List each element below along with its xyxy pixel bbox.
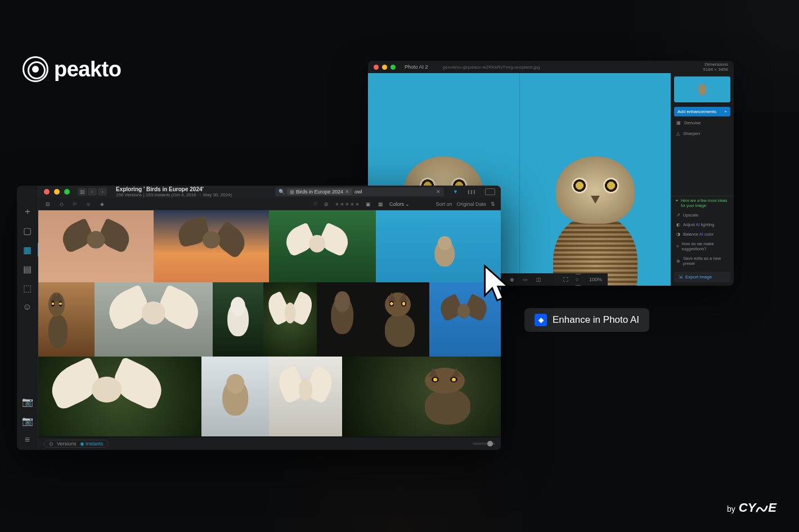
- dimensions-readout: Dimensions 5184 × 3456: [703, 62, 728, 72]
- save-icon: ⊕: [676, 259, 680, 264]
- cyme-credit: by CYE: [727, 501, 776, 515]
- chevron-down-icon: ⌄: [405, 201, 410, 207]
- plus-icon: +: [724, 109, 727, 114]
- upscale-icon: ↗: [676, 213, 680, 218]
- sparkle-icon: ✦: [675, 199, 679, 208]
- sidebar-toggle-icon[interactable]: ▥: [78, 188, 87, 196]
- sort-field[interactable]: Original Date: [456, 201, 486, 207]
- thumbnail[interactable]: [154, 210, 269, 282]
- rating-stars[interactable]: ★★★★★: [335, 201, 360, 207]
- thumbnail[interactable]: [342, 357, 501, 436]
- thumbnail[interactable]: [95, 282, 213, 357]
- peakto-sidebar: ＋ ▢ ▦ ▤ ⬚ ☺ 📷 📷 ≡: [17, 186, 38, 450]
- reject-icon[interactable]: ⊘: [322, 201, 330, 207]
- single-view-icon[interactable]: ▭: [522, 276, 529, 283]
- search-term[interactable]: owl: [354, 189, 434, 195]
- stacks-icon[interactable]: ▤: [22, 263, 33, 274]
- target-icon: ◎: [290, 189, 294, 195]
- sort-direction-icon[interactable]: ⇅: [491, 201, 495, 207]
- peakto-mark-icon: [23, 56, 48, 82]
- nav-buttons: ▥ ‹ ›: [78, 188, 107, 196]
- sort-label: Sort on: [436, 201, 452, 207]
- thumbnail-preview[interactable]: [674, 76, 730, 102]
- thumbnail[interactable]: [269, 357, 342, 436]
- minimize-icon[interactable]: [54, 189, 60, 195]
- minimize-icon[interactable]: [382, 65, 387, 70]
- balance-icon: ◑: [676, 232, 680, 237]
- map-icon[interactable]: ⬚: [22, 282, 33, 294]
- split-view-icon[interactable]: ◫: [535, 276, 543, 283]
- peakto-window: ＋ ▢ ▦ ▤ ⬚ ☺ 📷 📷 ≡ ▥ ‹ › Exploring ' Bird…: [17, 186, 501, 450]
- sharpen-icon: △: [676, 131, 680, 136]
- view-mode-segment[interactable]: ⊙ Versions ◉ Instants: [44, 440, 109, 448]
- eye-icon[interactable]: ◉: [508, 276, 516, 283]
- add-enhancements-button[interactable]: Add enhancements+: [674, 107, 730, 116]
- search-bar[interactable]: 🔍 ◎ Birds in Europe 2024 ✕ owl ✕: [275, 187, 444, 196]
- zoom-value: 100%: [589, 277, 602, 282]
- thumbnail[interactable]: [38, 210, 154, 282]
- peakto-logo: peakto: [23, 56, 121, 82]
- single-view-icon[interactable]: ▢: [22, 225, 33, 236]
- thumbnail[interactable]: [201, 357, 269, 436]
- grid-view-icon[interactable]: ▦: [22, 244, 33, 255]
- people-icon[interactable]: ☺: [22, 301, 33, 313]
- fit-icon[interactable]: ⛶: [562, 276, 570, 283]
- thumbnail[interactable]: [367, 282, 429, 357]
- histogram-icon[interactable]: ⫿⫿⫿: [468, 189, 476, 195]
- tab-versions[interactable]: Versions: [57, 441, 77, 447]
- search-chip[interactable]: ◎ Birds in Europe 2024 ✕: [287, 188, 352, 195]
- thumbnail[interactable]: [38, 282, 95, 357]
- nav-forward-icon[interactable]: ›: [98, 188, 107, 196]
- maximize-icon[interactable]: [390, 65, 396, 70]
- search-icon: 🔍: [279, 189, 285, 195]
- breadcrumb: Exploring ' Birds in Europe 2024' 158 Ve…: [116, 186, 232, 197]
- ideas-header: ✦ Here are a few more ideas for your ima…: [671, 196, 734, 210]
- crop-icon[interactable]: ▣: [365, 201, 372, 207]
- colors-dropdown[interactable]: Colors ⌄: [389, 201, 410, 207]
- location-icon[interactable]: ◈: [98, 201, 106, 207]
- thumbnail[interactable]: [213, 282, 263, 357]
- image-icon[interactable]: ▦: [377, 201, 385, 207]
- maximize-icon[interactable]: [64, 189, 70, 195]
- nav-back-icon[interactable]: ‹: [88, 188, 97, 196]
- peakto-titlebar: ▥ ‹ › Exploring ' Birds in Europe 2024' …: [38, 186, 501, 198]
- clear-search-icon[interactable]: ✕: [436, 189, 441, 195]
- suggestion-adjust-lighting[interactable]: ◐ Adjust AI lighting: [671, 220, 734, 229]
- app-title: Photo AI 2: [405, 64, 428, 70]
- menu-icon[interactable]: ≡: [22, 434, 33, 445]
- photoai-sidebar: Add enhancements+ ▦ Denoise △ Sharpen ✦ …: [671, 73, 734, 286]
- add-button[interactable]: ＋: [22, 206, 33, 217]
- thumbnail[interactable]: [429, 282, 501, 357]
- suggestion-balance-color[interactable]: ◑ Balance AI color: [671, 229, 734, 239]
- label-icon[interactable]: ◇: [57, 201, 65, 207]
- thumbnail-selected[interactable]: [376, 210, 501, 282]
- heart-icon[interactable]: ♡: [313, 201, 318, 207]
- thumbnail[interactable]: [269, 210, 376, 282]
- panel-toggle-icon[interactable]: [485, 188, 495, 195]
- peakto-toolbar: ⊟ ◇ ⚐ ☺ ◈ ♡ ⊘ ★★★★★ ▣ ▦ Colors ⌄ Sort on…: [38, 198, 501, 210]
- camera-sync-icon[interactable]: 📷: [22, 415, 33, 426]
- thumbnail[interactable]: [263, 282, 317, 357]
- zoom-slider-icon[interactable]: —○—: [576, 276, 583, 283]
- flag-icon[interactable]: ⚐: [71, 201, 79, 207]
- tab-instants[interactable]: ◉ Instants: [80, 441, 104, 447]
- export-button[interactable]: ⇲Export image: [674, 272, 730, 282]
- person-icon[interactable]: ☺: [84, 201, 92, 207]
- close-icon[interactable]: [44, 189, 50, 195]
- enhancement-sharpen[interactable]: △ Sharpen: [671, 128, 734, 139]
- enhancement-denoise[interactable]: ▦ Denoise: [671, 118, 734, 128]
- thumbnail[interactable]: [317, 282, 367, 357]
- enhance-in-photo-ai-button[interactable]: ◆ Enhance in Photo AI: [524, 308, 649, 332]
- suggestion-save-preset[interactable]: ⊕Save edits as a new preset: [671, 254, 734, 268]
- tag-icon[interactable]: ⊟: [44, 201, 52, 207]
- suggestion-upscale[interactable]: ↗Upscale: [671, 210, 734, 220]
- suggestion-help[interactable]: ?How do we make suggestions?: [671, 239, 734, 254]
- adjust-icon: ◐: [676, 222, 680, 227]
- thumbnail[interactable]: [38, 357, 201, 436]
- after-pane: [519, 73, 671, 286]
- filter-icon[interactable]: ▼: [453, 189, 461, 195]
- chip-remove-icon[interactable]: ✕: [345, 189, 349, 195]
- thumbnail-size-slider[interactable]: [473, 443, 495, 445]
- close-icon[interactable]: [374, 65, 379, 70]
- camera-link-icon[interactable]: 📷: [22, 396, 33, 407]
